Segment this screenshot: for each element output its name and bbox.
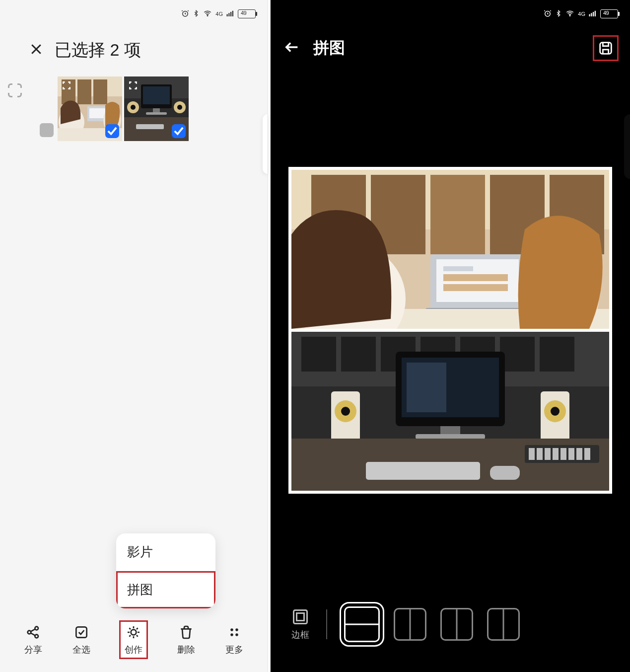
svg-rect-20 — [153, 108, 160, 112]
svg-rect-10 — [93, 79, 107, 104]
action-label: 创作 — [125, 644, 142, 656]
frame-label: 边框 — [291, 629, 309, 641]
svg-point-23 — [131, 105, 136, 110]
delete-button[interactable]: 删除 — [177, 624, 195, 656]
create-popup: 影片 拼图 — [116, 533, 215, 608]
svg-rect-43 — [600, 43, 612, 54]
create-button[interactable]: 创作 — [121, 622, 146, 658]
selection-title: 已选择 2 项 — [55, 39, 141, 62]
svg-point-79 — [551, 407, 560, 416]
svg-rect-73 — [416, 434, 485, 439]
action-label: 更多 — [225, 644, 243, 656]
layout-option-vertical-2-alt[interactable] — [440, 608, 473, 641]
scan-corner-icon — [62, 80, 71, 90]
svg-rect-2 — [227, 14, 228, 16]
selection-bottom-bar: 分享 全选 创作 删除 更多 — [0, 613, 268, 672]
delete-icon — [178, 624, 195, 641]
layout-option-vertical-2-b[interactable] — [487, 608, 520, 641]
bluetooth-icon — [555, 9, 562, 19]
editor-header: 拼图 — [271, 28, 630, 69]
thumbnail-placeholder — [40, 123, 54, 137]
more-button[interactable]: 更多 — [225, 624, 243, 656]
network-label: 4G — [578, 11, 585, 17]
save-button[interactable] — [594, 37, 617, 60]
gallery-selection-screen: 4G 49 已选择 2 项 — [0, 0, 268, 672]
svg-point-38 — [570, 15, 571, 16]
wifi-icon — [565, 9, 575, 19]
network-label: 4G — [215, 11, 223, 17]
svg-rect-40 — [591, 13, 592, 16]
battery-level: 49 — [603, 10, 609, 16]
svg-rect-19 — [143, 86, 170, 104]
thumbnail-item[interactable] — [58, 76, 122, 141]
signal-icon — [588, 9, 597, 19]
popup-item-collage[interactable]: 拼图 — [116, 571, 215, 608]
svg-rect-31 — [76, 627, 86, 637]
selected-check-icon[interactable] — [105, 124, 119, 138]
svg-rect-53 — [443, 266, 473, 271]
svg-rect-27 — [136, 124, 164, 129]
svg-rect-48 — [430, 175, 485, 254]
svg-rect-62 — [301, 337, 336, 372]
svg-point-32 — [131, 630, 137, 635]
collage-slot[interactable] — [291, 332, 609, 491]
svg-rect-89 — [584, 448, 590, 460]
svg-point-35 — [231, 633, 234, 636]
bluetooth-icon — [193, 9, 200, 19]
svg-rect-71 — [407, 363, 446, 412]
side-handle[interactable] — [263, 114, 268, 174]
svg-rect-87 — [568, 448, 574, 460]
editor-title: 拼图 — [313, 37, 345, 59]
share-button[interactable]: 分享 — [24, 624, 42, 656]
wifi-icon — [203, 9, 212, 19]
close-icon[interactable] — [29, 42, 44, 59]
signal-icon — [226, 9, 235, 19]
svg-rect-72 — [440, 426, 460, 435]
svg-rect-41 — [593, 12, 594, 16]
frame-button[interactable]: 边框 — [291, 608, 309, 641]
action-label: 分享 — [24, 644, 42, 656]
thumbnail-item[interactable] — [124, 76, 189, 141]
selected-check-icon[interactable] — [172, 124, 186, 138]
svg-rect-91 — [490, 466, 520, 480]
select-all-button[interactable]: 全选 — [72, 624, 90, 656]
svg-rect-55 — [443, 284, 508, 291]
select-all-icon — [73, 624, 90, 641]
alarm-icon — [543, 9, 552, 19]
side-handle[interactable] — [624, 114, 630, 179]
alarm-icon — [181, 9, 190, 19]
svg-point-36 — [236, 633, 239, 636]
status-bar: 4G 49 — [0, 0, 268, 28]
battery-icon: 49 — [600, 9, 618, 18]
svg-rect-21 — [146, 112, 167, 115]
layout-option-horizontal-2[interactable] — [344, 606, 380, 642]
collage-canvas[interactable] — [288, 167, 612, 494]
collage-editor-screen: 4G 49 拼图 — [271, 0, 630, 672]
svg-point-33 — [231, 628, 234, 631]
collage-slot[interactable] — [291, 170, 609, 329]
thumbnail-row — [0, 76, 268, 141]
popup-item-movie[interactable]: 影片 — [116, 533, 215, 571]
status-bar: 4G 49 — [271, 0, 630, 28]
divider — [326, 609, 327, 639]
create-icon — [125, 624, 142, 641]
layout-option-vertical-2[interactable] — [394, 608, 426, 641]
svg-rect-85 — [553, 448, 559, 460]
scan-corner-icon — [128, 80, 138, 90]
selection-header: 已选择 2 项 — [0, 28, 268, 76]
battery-icon: 49 — [238, 9, 256, 18]
svg-point-34 — [236, 628, 239, 631]
svg-rect-9 — [77, 79, 91, 104]
svg-rect-93 — [297, 613, 304, 621]
back-icon[interactable] — [283, 39, 300, 58]
action-label: 删除 — [177, 644, 195, 656]
svg-rect-63 — [341, 337, 376, 372]
svg-point-25 — [177, 105, 182, 110]
scan-corner-icon — [8, 83, 22, 97]
svg-rect-67 — [500, 337, 535, 372]
share-icon — [25, 624, 42, 641]
svg-rect-82 — [529, 448, 535, 460]
svg-rect-86 — [560, 448, 566, 460]
svg-rect-83 — [537, 448, 543, 460]
svg-point-1 — [208, 15, 209, 16]
